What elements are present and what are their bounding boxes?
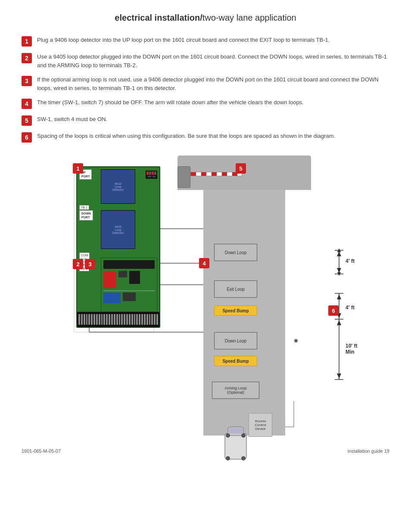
svg-rect-27 [229, 428, 243, 434]
svg-point-30 [226, 433, 230, 438]
svg-marker-19 [337, 268, 341, 273]
car [223, 425, 249, 461]
measure-10ft-label: 10′ ftMin [346, 343, 358, 355]
svg-marker-18 [337, 251, 341, 256]
step-number-6: 6 [22, 132, 32, 143]
svg-point-31 [241, 433, 246, 438]
step-1: 1 Plug a 9406 loop detector into the UP … [22, 36, 389, 47]
steps-list: 1 Plug a 9406 loop detector into the UP … [22, 36, 389, 143]
dip-switches-up: OFF ON [146, 171, 157, 179]
detector-9405: 9405LoopDetector [101, 210, 135, 249]
main-pcb [101, 258, 157, 312]
step-4: 4 The timer (SW-1, switch 7) should be O… [22, 98, 389, 109]
step-number-2: 2 [22, 53, 32, 63]
measure-4ft-2: 4′ ft [346, 305, 355, 311]
barrier-housing [177, 166, 190, 188]
step-number-3: 3 [22, 76, 32, 86]
tb1-up-label: TB 1 [79, 205, 89, 210]
step-text-5: SW-1, switch 4 must be ON. [37, 115, 107, 124]
detector-9410: 9410LoopDetector [101, 169, 135, 204]
step-5: 5 SW-1, switch 4 must be ON. [22, 115, 389, 126]
diagram-badge-5: 5 [236, 163, 246, 174]
access-control-device: Access Control Device [249, 413, 272, 437]
page-title: electrical installation/two-way lane app… [22, 13, 389, 23]
step-number-4: 4 [22, 99, 32, 109]
speed-bump-1: Speed Bump [214, 305, 257, 316]
exit-loop: Exit Loop [214, 280, 257, 298]
svg-marker-20 [337, 294, 341, 299]
svg-point-24 [294, 339, 298, 342]
barrier-arm [190, 172, 242, 176]
step-text-3: If the optional arming loop is not used,… [37, 75, 389, 92]
measure-4ft-1: 4′ ft [346, 258, 355, 264]
terminal-strip [77, 312, 159, 327]
step-number-5: 5 [22, 115, 32, 126]
svg-point-28 [226, 456, 230, 460]
circuit-board: UPPORT 9410LoopDetector TB 1 OFF ON [76, 166, 160, 328]
step-3: 3 If the optional arming loop is not use… [22, 75, 389, 92]
footer-left: 1601-065-M-05-07 [22, 448, 61, 454]
diagram-badge-6: 6 [328, 305, 339, 316]
svg-marker-23 [337, 373, 341, 379]
step-6: 6 Spacing of the loops is critical when … [22, 132, 389, 143]
step-text-1: Plug a 9406 loop detector into the UP lo… [37, 36, 330, 44]
footer-right: installation guide 19 [348, 448, 389, 454]
down-loop-1: Down Loop [214, 244, 257, 261]
page-footer: 1601-065-M-05-07 installation guide 19 [22, 448, 389, 454]
diagram-badge-1: 1 [73, 163, 83, 174]
speed-bump-2: Speed Bump [214, 356, 257, 366]
step-text-4: The timer (SW-1, switch 7) should be OFF… [37, 98, 304, 107]
svg-point-29 [241, 456, 246, 460]
diagram-badge-2: 2 [73, 259, 83, 269]
svg-marker-22 [337, 320, 341, 325]
step-text-6: Spacing of the loops is critical when us… [37, 132, 335, 140]
diagram: UPPORT 9410LoopDetector TB 1 OFF ON [50, 151, 361, 444]
down-port-label: DOWNPORT [79, 210, 93, 221]
diagram-badge-3: 3 [85, 259, 95, 269]
arming-loop: Arming Loop (Optional) [212, 382, 259, 399]
step-text-2: Use a 9405 loop detector plugged into th… [37, 53, 389, 69]
down-loop-2: Down Loop [214, 332, 257, 349]
step-number-1: 1 [22, 36, 32, 47]
diagram-badge-4: 4 [199, 258, 209, 268]
step-2: 2 Use a 9405 loop detector plugged into … [22, 53, 389, 69]
